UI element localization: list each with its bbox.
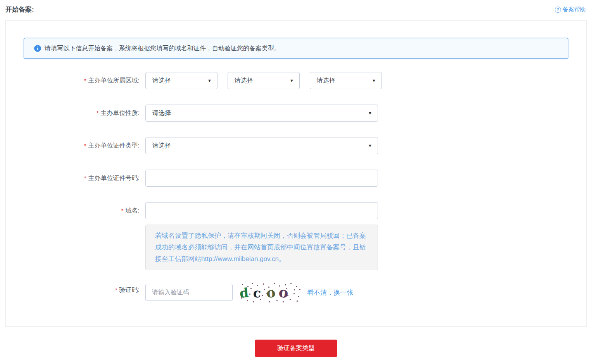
required-asterisk: * — [97, 110, 99, 116]
unit-nature-select[interactable]: 请选择 ▼ — [145, 105, 378, 122]
info-icon: i — [34, 45, 41, 52]
unit-nature-label: *主办单位性质: — [6, 105, 140, 122]
chevron-down-icon: ▼ — [368, 111, 372, 115]
select-value: 请选择 — [152, 77, 171, 85]
beian-help-link[interactable]: ? 备案帮助 — [555, 6, 586, 13]
region-district-select[interactable]: 请选择 ▼ — [310, 72, 382, 89]
unit-nature-row: *主办单位性质: 请选择 ▼ — [6, 105, 586, 122]
cert-number-row: *主办单位证件号码: — [6, 170, 586, 187]
cert-type-label: *主办单位证件类型: — [6, 137, 140, 154]
region-city-select[interactable]: 请选择 ▼ — [228, 72, 300, 89]
region-province-select[interactable]: 请选择 ▼ — [145, 72, 217, 89]
help-question-icon: ? — [555, 7, 561, 13]
verify-beian-type-button[interactable]: 验证备案类型 — [255, 340, 337, 357]
cert-type-select[interactable]: 请选择 ▼ — [145, 137, 378, 154]
required-asterisk: * — [84, 175, 86, 181]
captcha-label: *验证码: — [6, 282, 140, 299]
chevron-down-icon: ▼ — [372, 78, 376, 83]
select-value: 请选择 — [317, 77, 335, 85]
info-alert: i 请填写以下信息开始备案，系统将根据您填写的域名和证件，自动验证您的备案类型。 — [24, 38, 568, 59]
required-asterisk: * — [115, 287, 117, 293]
required-asterisk: * — [121, 207, 124, 214]
captcha-image: dcoo — [239, 282, 302, 303]
captcha-refresh-link[interactable]: 看不清，换一张 — [307, 288, 353, 297]
chevron-down-icon: ▼ — [207, 78, 212, 83]
page-title: 开始备案: — [5, 5, 34, 14]
domain-tip: 若域名设置了隐私保护，请在审核期间关闭，否则会被管局驳回；已备案成功的域名必须能… — [145, 225, 378, 270]
region-row: *主办单位所属区域: 请选择 ▼ 请选择 ▼ 请选择 ▼ — [6, 72, 586, 89]
select-value: 请选择 — [152, 142, 171, 150]
beian-form-panel: i 请填写以下信息开始备案，系统将根据您填写的域名和证件，自动验证您的备案类型。… — [5, 20, 587, 327]
chevron-down-icon: ▼ — [290, 78, 294, 83]
captcha-noise — [239, 282, 240, 283]
cert-number-input[interactable] — [145, 170, 378, 187]
cert-type-row: *主办单位证件类型: 请选择 ▼ — [6, 137, 586, 154]
domain-row: *域名: — [6, 202, 586, 219]
captcha-row: *验证码: dcoo 看不清，换一张 — [6, 282, 586, 303]
domain-input[interactable] — [145, 202, 378, 219]
captcha-input[interactable] — [145, 284, 233, 301]
required-asterisk: * — [84, 77, 86, 84]
required-asterisk: * — [84, 142, 86, 149]
domain-label: *域名: — [6, 202, 140, 219]
domain-tip-row: 若域名设置了隐私保护，请在审核期间关闭，否则会被管局驳回；已备案成功的域名必须能… — [6, 225, 586, 270]
top-bar: 开始备案: ? 备案帮助 — [0, 0, 592, 20]
captcha-characters: dcoo — [240, 285, 288, 301]
alert-text: 请填写以下信息开始备案，系统将根据您填写的域名和证件，自动验证您的备案类型。 — [45, 45, 280, 53]
cert-number-label: *主办单位证件号码: — [6, 170, 140, 187]
chevron-down-icon: ▼ — [368, 143, 372, 148]
region-label: *主办单位所属区域: — [6, 72, 140, 89]
select-value: 请选择 — [235, 77, 253, 85]
select-value: 请选择 — [152, 109, 171, 117]
help-link-label: 备案帮助 — [563, 6, 586, 13]
